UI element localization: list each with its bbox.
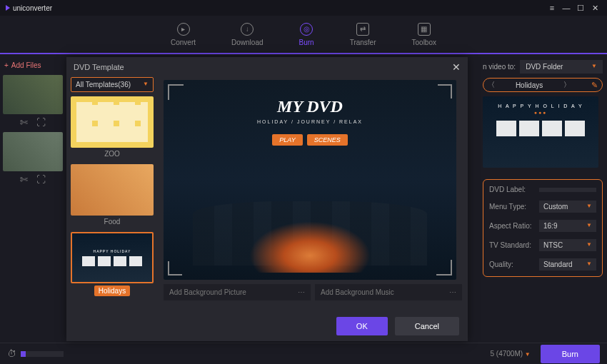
add-files-button[interactable]: + Add Files (3, 59, 63, 72)
corner-marker (168, 261, 182, 275)
clip-thumbnail[interactable] (3, 75, 63, 114)
toolbox-icon: ▦ (418, 23, 431, 36)
tv-standard-select[interactable]: NTSC▼ (539, 239, 596, 251)
nav-label: Transfer (350, 39, 376, 46)
preview-campfire (189, 187, 431, 273)
frame (542, 121, 562, 136)
dvd-settings: DVD Label: Menu Type: Custom▼ Aspect Rat… (483, 179, 603, 277)
more-icon: ⋯ (449, 288, 456, 296)
nav-label: Burn (299, 39, 314, 46)
template-item[interactable]: ZOO (71, 96, 154, 160)
window-controls: ≡ — ☐ ✕ (546, 3, 601, 13)
burn-to-value: DVD Folder (526, 63, 563, 71)
template-filter-select[interactable]: All Templates(36) ▼ (71, 77, 154, 92)
tv-standard-label: TV Standard: (489, 241, 539, 249)
progress-bar (21, 351, 64, 357)
frame (565, 121, 585, 136)
nav-transfer[interactable]: ⇄ Transfer (350, 23, 376, 46)
modal-footer: OK Cancel (66, 313, 468, 340)
burn-icon: ◎ (300, 23, 313, 36)
dots-icon: ●●● (534, 110, 548, 115)
corner-marker (438, 84, 452, 98)
convert-icon: ▸ (177, 23, 190, 36)
maximize-button[interactable]: ☐ (574, 3, 587, 13)
preview-pane: MY DVD HOLIDAY / JOURNEY / RELAX PLAY SC… (158, 77, 468, 313)
cut-icon[interactable]: ✄ (20, 117, 28, 128)
frame (496, 121, 516, 136)
transfer-icon: ⇄ (356, 23, 369, 36)
clock-icon[interactable]: ⏱ (7, 348, 16, 359)
plus-icon: + (4, 61, 9, 69)
template-preview: H A P P Y H O L I D A Y ●●● (483, 96, 598, 168)
setting-row: Aspect Ratio: 16:9▼ (489, 220, 596, 232)
clip-thumbnail[interactable] (3, 132, 63, 171)
cut-icon[interactable]: ✄ (20, 174, 28, 185)
burn-to-label: n video to: (483, 63, 516, 71)
edit-icon[interactable]: ✎ (591, 81, 598, 90)
template-thumb-food (71, 164, 154, 216)
quality-select[interactable]: Standard▼ (539, 258, 596, 271)
nav-label: Convert (171, 39, 196, 46)
filter-label: All Templates(36) (76, 81, 131, 89)
background-inputs: Add Background Picture ⋯ Add Background … (164, 284, 462, 300)
nav-label: Toolbox (412, 39, 436, 46)
setting-row: Menu Type: Custom▼ (489, 201, 596, 213)
chevron-down-icon: ▼ (591, 63, 597, 71)
top-nav: ▸ Convert ↓ Download ◎ Burn ⇄ Transfer ▦… (0, 16, 607, 54)
minimize-button[interactable]: — (560, 3, 573, 13)
nav-label: Download (231, 39, 263, 46)
next-template-icon[interactable]: 〉 (563, 80, 571, 90)
chevron-down-icon: ▼ (143, 81, 149, 89)
clip-controls: ✄ ⛶ (3, 116, 63, 132)
setting-row: TV Standard: NTSC▼ (489, 239, 596, 251)
burn-to-select[interactable]: DVD Folder ▼ (520, 60, 603, 74)
bottom-bar: ⏱ 5 (4700M) ▼ Burn (0, 343, 607, 364)
preview-subtitle: HOLIDAY / JOURNEY / RELAX (257, 119, 363, 124)
menu-button[interactable]: ≡ (546, 3, 558, 13)
template-item[interactable]: Food (71, 164, 154, 228)
download-icon: ↓ (241, 23, 254, 36)
dvd-template-modal: DVD Template ✕ All Templates(36) ▼ ZOO F… (66, 57, 468, 341)
crop-icon[interactable]: ⛶ (36, 174, 46, 185)
dvd-label-input[interactable] (539, 188, 596, 192)
prev-template-icon[interactable]: 〈 (488, 80, 495, 90)
close-icon[interactable]: ✕ (452, 61, 461, 73)
nav-convert[interactable]: ▸ Convert (171, 23, 196, 46)
frame (519, 121, 539, 136)
preview-scenes-button[interactable]: SCENES (307, 134, 348, 146)
ok-button[interactable]: OK (336, 317, 388, 335)
menu-type-select[interactable]: Custom▼ (539, 201, 596, 213)
chevron-down-icon: ▼ (586, 241, 592, 249)
crop-icon[interactable]: ⛶ (36, 117, 46, 128)
template-name: Holidays (94, 285, 130, 296)
more-icon: ⋯ (298, 288, 305, 296)
left-column: + Add Files ✄ ⛶ ✄ ⛶ (0, 54, 66, 343)
template-thumb-zoo (71, 96, 154, 148)
template-thumb-holidays: HAPPY HOLIDAY (71, 232, 154, 283)
preview-buttons: PLAY SCENES (272, 134, 347, 146)
preview-title: MY DVD (277, 97, 343, 116)
bottom-left: ⏱ (7, 348, 64, 359)
template-item[interactable]: HAPPY HOLIDAY Holidays (71, 232, 154, 298)
app-name: uniconverter (13, 4, 52, 12)
titlebar: uniconverter ≡ — ☐ ✕ (0, 0, 607, 16)
aspect-ratio-select[interactable]: 16:9▼ (539, 220, 596, 232)
template-name-label: Holidays (516, 81, 543, 89)
modal-title: DVD Template (74, 63, 124, 71)
holiday-title: H A P P Y H O L I D A Y (498, 103, 583, 108)
nav-burn[interactable]: ◎ Burn (299, 23, 314, 46)
right-pane: n video to: DVD Folder ▼ 〈 Holidays 〉 ✎ … (483, 60, 603, 277)
burn-button[interactable]: Burn (541, 345, 600, 363)
close-button[interactable]: ✕ (588, 3, 601, 13)
nav-toolbox[interactable]: ▦ Toolbox (412, 23, 436, 46)
preview-play-button[interactable]: PLAY (272, 134, 302, 146)
cancel-button[interactable]: Cancel (395, 317, 459, 335)
chevron-down-icon: ▼ (525, 351, 531, 358)
nav-download[interactable]: ↓ Download (231, 23, 263, 46)
bg-music-placeholder: Add Background Music (321, 288, 394, 296)
setting-row: DVD Label: (489, 186, 596, 193)
aspect-ratio-label: Aspect Ratio: (489, 222, 539, 230)
bg-picture-input[interactable]: Add Background Picture ⋯ (164, 284, 311, 300)
chevron-down-icon: ▼ (586, 261, 592, 268)
bg-music-input[interactable]: Add Background Music ⋯ (315, 284, 462, 300)
